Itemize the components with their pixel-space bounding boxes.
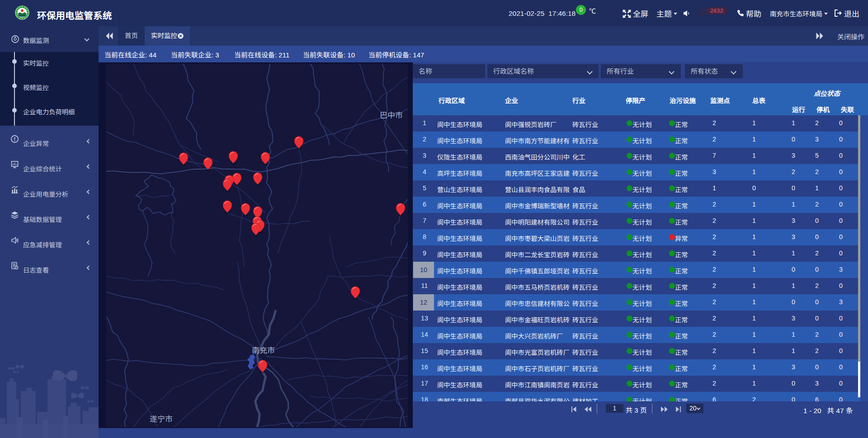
svg-text:巴中市: 巴中市 bbox=[380, 111, 403, 120]
svg-text:遂宁市: 遂宁市 bbox=[150, 415, 173, 424]
svg-text:南充市: 南充市 bbox=[252, 346, 275, 355]
